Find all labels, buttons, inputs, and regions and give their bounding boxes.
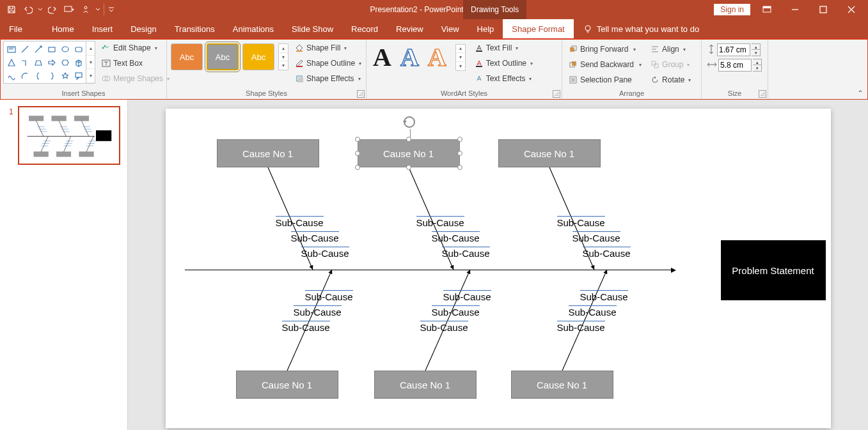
shape-arrow-right-icon[interactable] (45, 56, 58, 68)
selection-handle[interactable] (355, 137, 360, 142)
sub-cause[interactable]: Sub-Cause (557, 321, 605, 333)
wordart-style-1[interactable]: A (373, 42, 391, 72)
shape-style-swatch-3[interactable]: Abc (242, 43, 274, 70)
selection-handle[interactable] (406, 137, 411, 142)
shape-height-input[interactable]: ▴▾ (707, 43, 762, 56)
shape-rectangle-icon[interactable] (45, 43, 58, 55)
tab-file[interactable]: File (0, 19, 31, 38)
shape-brace-right-icon[interactable] (45, 70, 58, 82)
sub-cause[interactable]: Sub-Cause (557, 216, 605, 228)
shape-style-more[interactable]: ▴▾▾ (278, 43, 288, 70)
shape-curve-icon[interactable] (5, 70, 17, 82)
shape-style-swatch-2[interactable]: Abc (207, 43, 239, 70)
cause-box-bottom-1[interactable]: Cause No 1 (236, 371, 338, 399)
group-button[interactable]: Group▾ (648, 58, 693, 72)
slide[interactable]: Cause No 1 Cause No 1 Cause No 1 Cause N… (166, 109, 831, 428)
text-outline-button[interactable]: Text Outline▾ (472, 56, 535, 70)
shape-star-icon[interactable] (59, 70, 71, 82)
sub-cause[interactable]: Sub-Cause (420, 321, 468, 333)
shape-hexagon-icon[interactable] (59, 56, 71, 68)
slide-canvas-area[interactable]: Cause No 1 Cause No 1 Cause No 1 Cause N… (128, 100, 868, 430)
tab-slide-show[interactable]: Slide Show (283, 19, 342, 38)
rotation-handle-icon[interactable] (404, 116, 415, 128)
save-icon[interactable] (4, 2, 19, 17)
cause-box-top-1[interactable]: Cause No 1 (217, 139, 319, 167)
sub-cause[interactable]: Sub-Cause (583, 247, 631, 259)
width-spinner[interactable]: ▴▾ (753, 59, 762, 72)
align-button[interactable]: Align▾ (648, 42, 693, 56)
tab-insert[interactable]: Insert (83, 19, 122, 38)
shape-rounded-rect-icon[interactable] (72, 43, 84, 55)
sub-cause[interactable]: Sub-Cause (569, 305, 617, 318)
shape-outline-button[interactable]: Shape Outline▾ (292, 56, 364, 70)
sub-cause[interactable]: Sub-Cause (442, 247, 490, 259)
width-field[interactable] (718, 59, 752, 72)
tell-me-search[interactable]: Tell me what you want to do (583, 24, 699, 34)
selection-handle[interactable] (406, 165, 411, 170)
cause-box-top-2-selected[interactable]: Cause No 1 (358, 139, 460, 167)
undo-icon[interactable] (20, 2, 36, 17)
size-dialog-launcher[interactable]: ◿ (759, 90, 766, 98)
tab-review[interactable]: Review (387, 19, 432, 38)
send-backward-button[interactable]: Send Backward▾ (566, 58, 644, 72)
selection-handle[interactable] (355, 151, 360, 156)
shape-arc-icon[interactable] (19, 70, 31, 82)
sub-cause[interactable]: Sub-Cause (282, 321, 330, 333)
contextual-tab-drawing-tools[interactable]: Drawing Tools (463, 0, 526, 19)
selection-handle[interactable] (457, 165, 462, 170)
problem-statement-box[interactable]: Problem Statement (721, 240, 826, 300)
selection-pane-button[interactable]: Selection Pane (566, 73, 644, 87)
sub-cause[interactable]: Sub-Cause (294, 305, 342, 318)
collapse-ribbon-icon[interactable]: ⌃ (857, 89, 864, 98)
shape-effects-button[interactable]: Shape Effects▾ (292, 72, 364, 86)
sub-cause[interactable]: Sub-Cause (416, 216, 464, 228)
shape-callout-icon[interactable] (72, 70, 84, 82)
sub-cause[interactable]: Sub-Cause (301, 247, 349, 259)
wordart-style-3[interactable]: A (428, 42, 446, 72)
redo-icon[interactable] (45, 2, 60, 17)
shape-triangle-icon[interactable] (5, 56, 17, 68)
shape-gallery[interactable] (3, 41, 86, 84)
shape-elbow-icon[interactable] (19, 56, 31, 68)
tab-transitions[interactable]: Transitions (166, 19, 224, 38)
cause-box-top-3[interactable]: Cause No 1 (498, 139, 601, 167)
tab-home[interactable]: Home (43, 19, 83, 38)
edit-shape-button[interactable]: Edit Shape▾ (99, 41, 172, 55)
text-effects-button[interactable]: Text Effects▾ (472, 72, 535, 86)
sign-in-button[interactable]: Sign in (714, 4, 750, 15)
rotate-button[interactable]: Rotate▾ (648, 73, 693, 87)
wordart-style-2[interactable]: A (400, 42, 419, 72)
sub-cause[interactable]: Sub-Cause (443, 290, 491, 302)
merge-shapes-button[interactable]: Merge Shapes▾ (99, 72, 172, 86)
sub-cause[interactable]: Sub-Cause (432, 305, 480, 318)
slide-thumbnail-1[interactable]: 1 (18, 106, 120, 165)
qat-customize-icon[interactable] (107, 2, 116, 17)
selection-handle[interactable] (457, 151, 462, 156)
cause-box-bottom-3[interactable]: Cause No 1 (511, 371, 613, 399)
tab-view[interactable]: View (432, 19, 468, 38)
shape-line-arrow-icon[interactable] (32, 43, 44, 55)
shape-cube-icon[interactable] (72, 56, 84, 68)
shape-width-input[interactable]: ▴▾ (707, 59, 762, 72)
text-box-button[interactable]: Text Box (99, 56, 172, 70)
sub-cause[interactable]: Sub-Cause (432, 231, 480, 243)
shape-trapezoid-icon[interactable] (32, 56, 44, 68)
shape-styles-dialog-launcher[interactable]: ◿ (357, 90, 365, 98)
text-fill-button[interactable]: Text Fill▾ (472, 41, 535, 55)
ribbon-display-options-icon[interactable] (753, 0, 781, 19)
start-from-beginning-icon[interactable] (61, 2, 77, 17)
shape-line-icon[interactable] (19, 43, 31, 55)
cause-box-bottom-2[interactable]: Cause No 1 (374, 371, 477, 399)
touch-dropdown-icon[interactable] (95, 2, 101, 17)
touch-mode-icon[interactable] (78, 2, 93, 17)
shape-fill-button[interactable]: Shape Fill▾ (292, 41, 364, 55)
shape-style-swatch-1[interactable]: Abc (171, 43, 203, 70)
maximize-icon[interactable] (809, 0, 837, 19)
shape-oval-icon[interactable] (59, 43, 71, 55)
sub-cause[interactable]: Sub-Cause (305, 290, 353, 302)
tab-animations[interactable]: Animations (224, 19, 283, 38)
shape-gallery-more[interactable]: ▴▾▾ (86, 41, 95, 84)
shape-textbox-icon[interactable] (5, 43, 17, 55)
tab-shape-format[interactable]: Shape Format (503, 19, 573, 38)
undo-dropdown-icon[interactable] (37, 2, 43, 17)
